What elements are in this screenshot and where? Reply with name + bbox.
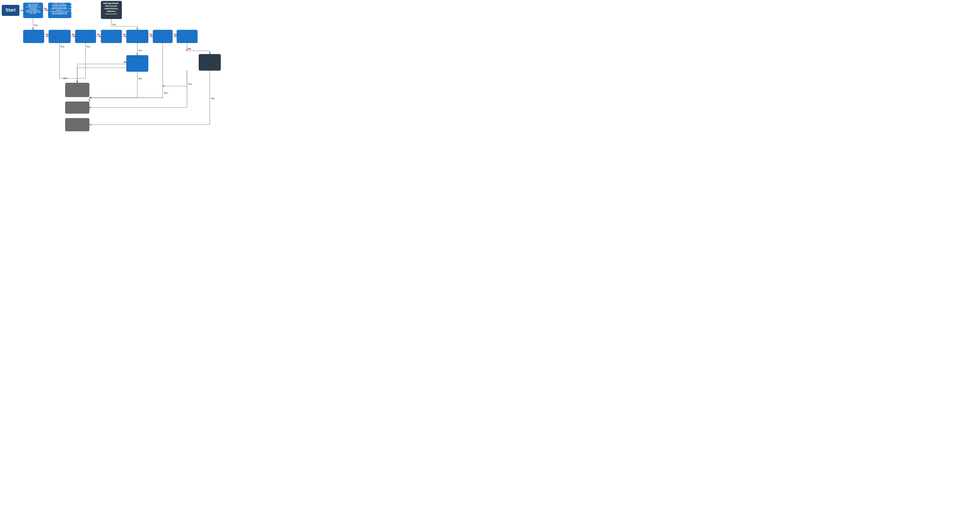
label-n8-yes: Yes (164, 92, 168, 94)
n9-label: Available empty subnet in your Virtual n… (179, 2, 195, 10)
label-n7-yes: Yes (138, 49, 142, 52)
label-n3-no: No (46, 33, 49, 36)
svg-rect-51 (126, 55, 148, 72)
svg-rect-47 (75, 30, 96, 43)
label-n1-yes: Yes (34, 24, 38, 27)
label-n4-yes: Yes (60, 46, 64, 48)
svg-rect-45 (23, 30, 44, 43)
label-n5-yes: Yes (86, 46, 90, 48)
label-n8-no: No (174, 33, 177, 36)
n11-label: Create a new subnet. Increase Virtual Ne… (202, 2, 218, 15)
label-n6-no: No (123, 33, 126, 36)
label-n7-no: No (150, 33, 152, 36)
svg-rect-50 (126, 30, 148, 43)
n8-label: App Service Environment v1? (155, 4, 170, 9)
svg-rect-49 (101, 30, 122, 43)
svg-rect-56 (65, 102, 89, 114)
svg-rect-53 (177, 30, 197, 43)
label-n9-yes: Yes (188, 83, 192, 86)
n14-label: Upgrade using the side by side migration… (69, 2, 85, 10)
label-n9-no: No (188, 48, 191, 50)
label-n10-no: No (124, 61, 127, 64)
label-n6b-yes: Yes (112, 23, 116, 26)
label-n4-no: No (72, 33, 75, 36)
n10-label: Support ~1 hour of application downtime … (129, 2, 145, 15)
svg-rect-55 (65, 83, 89, 97)
n3-label: App Service Environment v1 in a classic … (26, 3, 41, 13)
label-n5-no: No (97, 33, 100, 36)
label-n10-yes: Yes (138, 78, 142, 80)
flowchart-svg: Start Have App Service Environment v1 or… (0, 0, 245, 143)
svg-rect-57 (65, 118, 89, 131)
svg-rect-52 (153, 30, 173, 43)
start-label: Start (6, 8, 16, 12)
label-n11-yes: Yes (211, 97, 215, 100)
svg-rect-46 (49, 30, 71, 43)
label-n1-no: No (44, 8, 47, 10)
svg-rect-54 (199, 54, 221, 71)
